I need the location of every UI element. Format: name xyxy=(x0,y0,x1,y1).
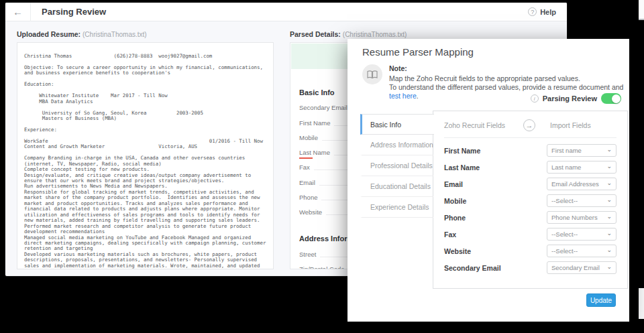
chevron-down-icon: ⌄ xyxy=(606,213,612,220)
parsing-review-toggle-label: Parsing Review xyxy=(543,94,597,103)
divider xyxy=(444,137,616,138)
mapping-tab-label: Educational Details xyxy=(370,182,431,190)
mapping-row: First Name First name ⌄ xyxy=(444,142,616,159)
mapping-row: Mobile --Select-- ⌄ xyxy=(444,192,616,209)
background-window-edge-top xyxy=(639,0,644,20)
parsing-review-toggle[interactable] xyxy=(601,93,621,104)
help-icon: ? xyxy=(528,7,537,16)
parsed-field-label: Street xyxy=(299,251,316,261)
zoho-field-label: Website xyxy=(444,247,471,255)
zoho-field-label: Fax xyxy=(444,230,456,239)
import-field-value: First name xyxy=(551,147,582,154)
parsed-field-label: Website xyxy=(299,208,322,218)
note-line2: To understand the different parsed value… xyxy=(389,83,623,91)
mapping-tab-label: Basic Info xyxy=(370,121,401,129)
zoho-field-label: Secondary Email xyxy=(444,264,501,272)
help-button[interactable]: ? Help xyxy=(528,7,567,16)
mapping-row: Phone Phone Numbers ⌄ xyxy=(444,209,616,226)
import-field-value: Secondary Email xyxy=(551,264,600,271)
mapping-tab[interactable]: Educational Details xyxy=(360,176,433,197)
mapping-row: Last Name Last name ⌄ xyxy=(444,159,616,176)
import-field-select[interactable]: Phone Numbers ⌄ xyxy=(547,211,616,224)
chevron-down-icon: ⌄ xyxy=(606,263,612,270)
uploaded-resume-heading: Uploaded Resume: (ChristinaThomas.txt) xyxy=(17,30,147,38)
mapping-tab[interactable]: Experience Details xyxy=(360,197,433,218)
arrow-right-icon: → xyxy=(523,119,535,131)
note-line2-end: . xyxy=(417,92,419,100)
mapping-columns-header: Zoho Recruit Fields → Import Fields xyxy=(433,111,627,137)
resume-parser-mapping-dialog: Resume Parser Mapping Note: Map the Zoho… xyxy=(347,39,629,322)
zoho-field-label: Phone xyxy=(444,214,466,222)
parsed-field-label: Last Name xyxy=(299,149,330,159)
zoho-field-label: Mobile xyxy=(444,197,466,205)
update-button[interactable]: Update xyxy=(586,293,616,307)
zoho-field-label: First Name xyxy=(444,147,480,155)
mapping-tab[interactable]: Professional Details xyxy=(360,155,433,176)
import-field-select[interactable]: Last name ⌄ xyxy=(547,161,616,174)
chevron-down-icon: ⌄ xyxy=(606,230,612,237)
import-field-select[interactable]: --Select-- ⌄ xyxy=(547,194,616,207)
chevron-down-icon: ⌄ xyxy=(606,180,612,186)
help-label: Help xyxy=(540,8,556,16)
parsing-review-toggle-row: i Parsing Review xyxy=(531,93,621,104)
import-field-select[interactable]: --Select-- ⌄ xyxy=(547,245,616,257)
mapping-row: Fax --Select-- ⌄ xyxy=(444,226,616,243)
import-field-select[interactable]: Email Addresses ⌄ xyxy=(547,178,616,190)
uploaded-resume-filename: (ChristinaThomas.txt) xyxy=(83,31,147,38)
chevron-down-icon: ⌄ xyxy=(606,163,612,170)
field-mapping-box: Zoho Recruit Fields → Import Fields Firs… xyxy=(433,111,628,289)
zoho-fields-column-header: Zoho Recruit Fields xyxy=(444,121,523,129)
test-here-link[interactable]: test here xyxy=(389,92,417,100)
parsed-field-label: Secondary Email xyxy=(299,104,347,114)
zoho-field-label: Last Name xyxy=(444,163,480,172)
mapping-row-list: First Name First name ⌄ Last Name Last n… xyxy=(433,139,627,276)
uploaded-resume-label: Uploaded Resume: xyxy=(17,30,80,38)
screen: ← Parsing Review ? Help Uploaded Resume:… xyxy=(0,0,644,333)
parsed-details-label: Parsed Details: xyxy=(290,30,341,38)
parsed-field-label: Email xyxy=(299,179,315,189)
mapping-tab-label: Experience Details xyxy=(370,203,429,211)
mapping-tab[interactable]: Address Information xyxy=(360,135,433,155)
parsed-field-label: Mobile xyxy=(299,134,318,144)
zoho-field-label: Email xyxy=(444,180,463,188)
parsed-details-heading: Parsed Details: (ChristinaThomas.txt) xyxy=(290,30,407,38)
chevron-down-icon: ⌄ xyxy=(606,196,612,203)
import-fields-column-header: Import Fields xyxy=(550,121,591,129)
mapping-tab-label: Address Information xyxy=(370,141,433,149)
import-field-value: --Select-- xyxy=(551,247,578,255)
parsed-field-label: First Name xyxy=(299,119,330,129)
parsed-details-filename: (ChristinaThomas.txt) xyxy=(343,31,407,38)
mapping-row: Email Email Addresses ⌄ xyxy=(444,176,616,192)
resume-text: Christina Thomas (626)278-8883 wooj9027@… xyxy=(17,43,273,269)
mapping-tab-list: Basic Info Address Information Professio… xyxy=(360,114,434,218)
top-bar: ← Parsing Review ? Help xyxy=(5,3,567,21)
note-line1: Map the Zoho Recruit fields to the appro… xyxy=(389,74,580,82)
chevron-down-icon: ⌄ xyxy=(606,247,612,253)
note-label: Note: xyxy=(389,64,629,73)
mapping-row: Website --Select-- ⌄ xyxy=(444,243,616,259)
parsed-field-label: Fax xyxy=(299,163,310,174)
parsed-field-label: Zip/Postal Code xyxy=(299,265,345,269)
open-book-icon xyxy=(362,64,382,84)
import-field-value: Email Addresses xyxy=(551,180,599,188)
import-field-value: Last name xyxy=(551,163,581,171)
dialog-title: Resume Parser Mapping xyxy=(362,46,474,58)
parsed-field-label: Phone xyxy=(299,194,317,204)
import-field-select[interactable]: --Select-- ⌄ xyxy=(547,228,616,241)
import-field-select[interactable]: Secondary Email ⌄ xyxy=(547,261,616,274)
info-icon: i xyxy=(531,94,539,103)
back-arrow-icon[interactable]: ← xyxy=(5,3,31,21)
import-field-value: --Select-- xyxy=(551,197,578,204)
mapping-tab[interactable]: Basic Info xyxy=(360,114,434,135)
page-title: Parsing Review xyxy=(31,7,106,17)
mapping-tab-label: Professional Details xyxy=(370,161,433,170)
import-field-select[interactable]: First name ⌄ xyxy=(547,144,616,157)
mapping-row: Secondary Email Secondary Email ⌄ xyxy=(444,259,616,276)
import-field-value: Phone Numbers xyxy=(551,214,598,221)
uploaded-resume-panel[interactable]: Christina Thomas (626)278-8883 wooj9027@… xyxy=(17,42,274,269)
import-field-value: --Select-- xyxy=(551,230,578,238)
chevron-down-icon: ⌄ xyxy=(606,146,612,153)
background-window-edge-bottom xyxy=(639,288,644,319)
